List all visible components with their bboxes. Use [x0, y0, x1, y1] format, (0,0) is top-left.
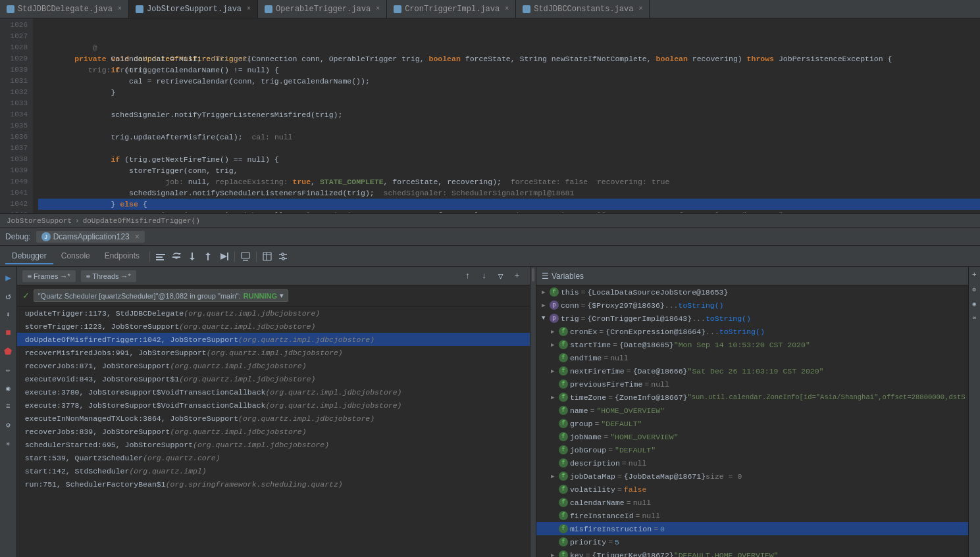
- expand-trig[interactable]: ▼: [542, 315, 550, 322]
- debug-session-close[interactable]: ×: [135, 232, 140, 241]
- frame-item-3[interactable]: recoverMisfiredJobs:991, JobStoreSupport…: [17, 346, 530, 359]
- up-arrow-btn[interactable]: ↑: [461, 269, 475, 283]
- filter-btn[interactable]: ▽: [494, 269, 508, 283]
- frames-tab[interactable]: ≡ Frames →*: [22, 270, 76, 282]
- var-key[interactable]: ▶ f key = {TriggerKey@18672} "DEFAULT.HO…: [536, 548, 968, 557]
- breakpoints-icon[interactable]: ⬟: [1, 345, 14, 358]
- step-out-btn[interactable]: [201, 249, 215, 264]
- tab-close[interactable]: ×: [638, 5, 642, 12]
- tab-debugger[interactable]: Debugger: [5, 249, 53, 264]
- frame-item-7[interactable]: execute:3778, JobStoreSupport$VoidTransa…: [17, 399, 530, 412]
- plus-btn[interactable]: +: [510, 269, 525, 283]
- tab-close[interactable]: ×: [505, 5, 509, 12]
- breadcrumb-method[interactable]: doUpdateOfMisfiredTrigger(): [83, 217, 200, 225]
- var-volatility[interactable]: ▶ f volatility = false: [536, 483, 968, 496]
- frames-list[interactable]: updateTrigger:1173, StdJDBCDelegate (org…: [17, 306, 530, 557]
- var-description[interactable]: ▶ f description = null: [536, 456, 968, 470]
- frame-item-6[interactable]: execute:3780, JobStoreSupport$VoidTransa…: [17, 385, 530, 399]
- var-icon-timezone: f: [559, 393, 568, 402]
- table-view-btn[interactable]: [260, 249, 274, 264]
- tab-jobstoresupport[interactable]: JobStoreSupport.java ×: [129, 0, 258, 18]
- threads-tab[interactable]: ≡ Threads →*: [81, 270, 136, 282]
- tab-close[interactable]: ×: [247, 5, 251, 12]
- expand-this[interactable]: ▶: [542, 289, 550, 296]
- var-calendarname[interactable]: ▶ f calendarName = null: [536, 496, 968, 509]
- var-timezone[interactable]: ▶ f timeZone = {ZoneInfo@18667} "sun.uti…: [536, 391, 968, 404]
- var-fireinstanceid[interactable]: ▶ f fireInstanceId = null: [536, 509, 968, 522]
- frame-item-5[interactable]: executeVoid:843, JobStoreSupport$1 (org.…: [17, 372, 530, 385]
- tab-stdjdbcconstants[interactable]: StdJDBCConstants.java ×: [516, 0, 650, 18]
- settings-btn[interactable]: [276, 249, 290, 264]
- run-to-cursor-btn[interactable]: [217, 249, 231, 264]
- down-arrow-btn[interactable]: ↓: [477, 269, 492, 283]
- frame-item-0[interactable]: updateTrigger:1173, StdJDBCDelegate (org…: [17, 306, 530, 320]
- tab-endpoints[interactable]: Endpoints: [98, 249, 146, 264]
- frame-method: schedulerStarted:695, JobStoreSupport: [25, 441, 193, 449]
- frame-item-11[interactable]: start:539, QuartzScheduler (org.quartz.c…: [17, 451, 530, 464]
- var-endtime[interactable]: ▶ f endTime = null: [536, 351, 968, 364]
- expand-timezone[interactable]: ▶: [551, 394, 559, 401]
- edit-icon[interactable]: ✏: [1, 363, 14, 376]
- evaluate-btn[interactable]: [238, 249, 253, 264]
- var-name[interactable]: ▶ f name = "HOME_OVERVIEW": [536, 404, 968, 417]
- camera-icon[interactable]: ◉: [1, 381, 14, 395]
- stop-icon[interactable]: ■: [1, 326, 14, 339]
- var-this[interactable]: ▶ f this = {LocalDataSourceJobStore@1865…: [536, 285, 968, 299]
- gear-icon[interactable]: ⚙: [1, 418, 14, 431]
- frame-class: (org.quartz.core): [143, 454, 220, 462]
- var-jobgroup[interactable]: ▶ f jobGroup = "DEFAULT": [536, 443, 968, 456]
- frames-scrollbar[interactable]: [530, 267, 536, 557]
- list-icon[interactable]: ≡: [1, 400, 14, 413]
- frame-item-2[interactable]: doUpdateOfMisfiredTrigger:1042, JobStore…: [17, 333, 530, 346]
- frame-class: (org.quartz.impl.jdbcjobstore): [207, 349, 343, 357]
- tab-stdjdbcdelegate[interactable]: StdJDBCDelegate.java ×: [0, 0, 129, 18]
- breadcrumb-class[interactable]: JobStoreSupport: [7, 217, 72, 225]
- frame-item-12[interactable]: start:142, StdScheduler (org.quartz.impl…: [17, 464, 530, 477]
- frame-item-4[interactable]: recoverJobs:871, JobStoreSupport (org.qu…: [17, 359, 530, 372]
- expand-conn[interactable]: ▶: [542, 302, 550, 309]
- var-previousfiretime[interactable]: ▶ f previousFireTime = null: [536, 377, 968, 391]
- step-into-btn[interactable]: [185, 249, 199, 264]
- thread-dropdown[interactable]: "Quartz Scheduler [quartzScheduler]"@18,…: [34, 289, 288, 302]
- var-nextfiretime[interactable]: ▶ f nextFireTime = {Date@18666} "Sat Dec…: [536, 364, 968, 377]
- var-icon-description: f: [559, 458, 568, 468]
- var-settings-icon[interactable]: +: [969, 270, 979, 280]
- var-group[interactable]: ▶ f group = "DEFAULT": [536, 417, 968, 430]
- expand-key[interactable]: ▶: [551, 552, 559, 558]
- var-jobdatamap[interactable]: ▶ f jobDataMap = {JobDataMap@18671} size…: [536, 470, 968, 483]
- reload-icon[interactable]: ↺: [1, 289, 14, 303]
- pin-icon[interactable]: ✳: [1, 437, 14, 450]
- expand-jobdatamap[interactable]: ▶: [551, 473, 559, 480]
- var-trig[interactable]: ▼ p trig = {CronTriggerImpl@18643} ... t…: [536, 312, 968, 325]
- tab-console[interactable]: Console: [55, 249, 97, 264]
- resume-icon[interactable]: ▶: [1, 271, 14, 284]
- tab-crontriggerimpl[interactable]: CronTriggerImpl.java ×: [387, 0, 516, 18]
- frame-item-10[interactable]: schedulerStarted:695, JobStoreSupport (o…: [17, 438, 530, 451]
- var-jobname[interactable]: ▶ f jobName = "HOME_OVERVIEW": [536, 430, 968, 443]
- frame-item-1[interactable]: storeTrigger:1223, JobStoreSupport (org.…: [17, 320, 530, 333]
- show-execution-point-btn[interactable]: [153, 249, 168, 264]
- var-camera2-icon[interactable]: ◉: [969, 299, 979, 309]
- code-content: @ private void doUpdateOfMisfiredTrigger…: [33, 18, 980, 213]
- var-cronex[interactable]: ▶ f cronEx = {CronExpression@18664} ... …: [536, 325, 968, 338]
- tab-operabletrigger[interactable]: OperableTrigger.java ×: [258, 0, 387, 18]
- expand-cronex[interactable]: ▶: [551, 328, 559, 335]
- var-priority[interactable]: ▶ f priority = 5: [536, 535, 968, 548]
- step-icon[interactable]: ⬇: [1, 308, 14, 321]
- debug-session[interactable]: J DcamsApplication123 ×: [36, 231, 145, 243]
- expand-starttime[interactable]: ▶: [551, 341, 559, 349]
- variables-list[interactable]: ▶ f this = {LocalDataSourceJobStore@1865…: [536, 285, 968, 557]
- frame-item-13[interactable]: run:751, SchedulerFactoryBean$1 (org.spr…: [17, 477, 530, 491]
- var-list2-icon[interactable]: ∞: [969, 313, 979, 324]
- tab-close[interactable]: ×: [118, 5, 122, 12]
- expand-nextfiretime[interactable]: ▶: [551, 368, 559, 375]
- variables-icon: ☰: [542, 272, 549, 281]
- frame-item-9[interactable]: recoverJobs:839, JobStoreSupport (org.qu…: [17, 425, 530, 438]
- var-conn[interactable]: ▶ p conn = {$Proxy297@18636} ... toStrin…: [536, 299, 968, 312]
- var-misfireinstruction[interactable]: ▶ f misfireInstruction = 0: [536, 522, 968, 535]
- step-over-btn[interactable]: [169, 249, 184, 264]
- var-pin-icon[interactable]: ⚙: [969, 284, 979, 295]
- tab-close[interactable]: ×: [376, 5, 380, 12]
- var-starttime[interactable]: ▶ f startTime = {Date@18665} "Mon Sep 14…: [536, 338, 968, 351]
- frame-item-8[interactable]: executeInNonManagedTXLock:3864, JobStore…: [17, 412, 530, 425]
